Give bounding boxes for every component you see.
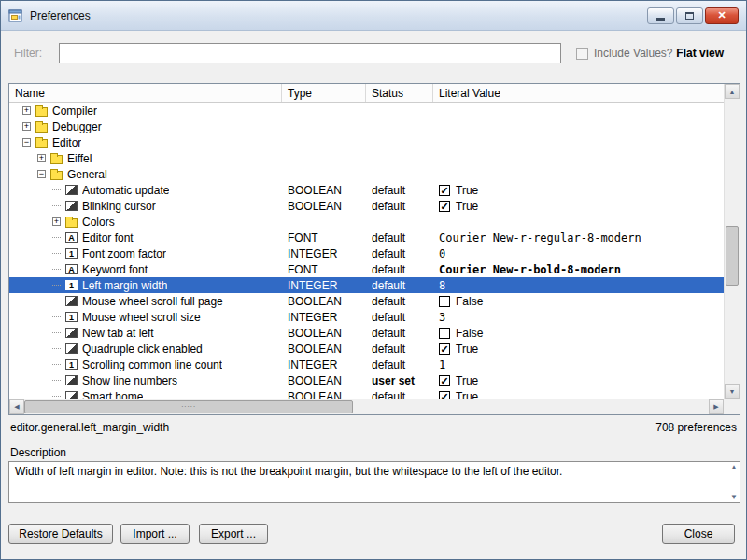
font-pref-icon: A xyxy=(65,232,78,243)
tree-row[interactable]: AKeyword fontFONTdefaultCourier New-r-bo… xyxy=(9,261,724,277)
tree-row[interactable]: +Eiffel xyxy=(9,150,724,166)
description-scroll-down-icon[interactable]: ▼ xyxy=(730,493,738,501)
column-header-name[interactable]: Name xyxy=(9,84,282,102)
column-header-type[interactable]: Type xyxy=(282,84,366,102)
unchecked-checkbox-icon[interactable] xyxy=(439,296,450,307)
tree-row[interactable]: −General xyxy=(9,166,724,182)
tree-connector xyxy=(52,301,61,301)
name-cell: +Eiffel xyxy=(9,152,282,165)
value-cell: False xyxy=(433,327,724,340)
integer-pref-icon: 1 xyxy=(65,280,78,290)
tree-row[interactable]: Show line numbersBOOLEANuser set✓True xyxy=(9,372,724,388)
type-cell: FONT xyxy=(282,231,366,245)
boolean-pref-icon xyxy=(65,201,78,211)
scroll-up-button[interactable]: ▲ xyxy=(725,84,740,99)
filter-input[interactable] xyxy=(59,43,561,63)
maximize-button[interactable] xyxy=(676,7,703,24)
checked-checkbox-icon[interactable]: ✓ xyxy=(439,185,450,196)
filter-bar: Filter: Include Values? Flat view xyxy=(1,32,746,75)
name-cell: +Compiler xyxy=(9,105,282,118)
scroll-down-button[interactable]: ▼ xyxy=(725,384,740,399)
unchecked-checkbox-icon[interactable] xyxy=(439,328,450,339)
tree-row[interactable]: 1Left margin widthINTEGERdefault8 xyxy=(9,277,724,293)
tree-row[interactable]: Smart homeBOOLEANdefault✓True xyxy=(9,388,724,399)
vertical-scrollbar[interactable]: ▲ ▼ xyxy=(724,84,740,399)
checked-checkbox-icon[interactable]: ✓ xyxy=(439,201,450,212)
tree-connector xyxy=(52,380,61,381)
value-text: 0 xyxy=(439,247,445,260)
tree-row[interactable]: 1Mouse wheel scroll sizeINTEGERdefault3 xyxy=(9,309,724,325)
name-cell: Quadruple click enabled xyxy=(9,343,282,356)
export-button[interactable]: Export ... xyxy=(199,524,268,544)
minimize-button[interactable] xyxy=(647,7,674,24)
tree-row[interactable]: 1Font zoom factorINTEGERdefault0 xyxy=(9,245,724,261)
expand-icon[interactable]: + xyxy=(22,106,31,115)
collapse-icon[interactable]: − xyxy=(22,138,31,147)
tree-row[interactable]: 1Scrolling common line countINTEGERdefau… xyxy=(9,357,724,372)
tree-row[interactable]: +Debugger xyxy=(9,119,724,134)
checkbox-icon[interactable] xyxy=(576,48,588,60)
horizontal-scrollbar[interactable]: ◀ ∙∙∙∙∙ ▶ xyxy=(9,399,724,414)
scroll-left-button[interactable]: ◀ xyxy=(9,399,24,414)
down-arrow-icon: ▼ xyxy=(729,388,736,395)
value-cell: 3 xyxy=(433,311,724,324)
checked-checkbox-icon[interactable]: ✓ xyxy=(439,375,450,386)
boolean-pref-icon xyxy=(65,343,78,354)
tree-item-label: General xyxy=(67,168,107,181)
value-text: 1 xyxy=(439,358,445,371)
close-window-button[interactable]: ✕ xyxy=(705,7,739,24)
status-cell: default xyxy=(366,200,433,213)
name-cell: +Colors xyxy=(9,216,282,229)
tree-row[interactable]: Automatic updateBOOLEANdefault✓True xyxy=(9,182,724,198)
value-text: True xyxy=(456,374,478,387)
expand-icon[interactable]: + xyxy=(37,154,46,162)
value-cell: 1 xyxy=(433,358,724,371)
value-cell: 8 xyxy=(433,279,724,292)
minimize-icon xyxy=(656,18,665,21)
value-text: False xyxy=(456,327,483,340)
tree-item-label: Blinking cursor xyxy=(82,200,156,213)
type-cell: BOOLEAN xyxy=(282,327,366,340)
value-cell: Courier New-r-bold-8-modern xyxy=(433,263,724,276)
tree-row[interactable]: New tab at leftBOOLEANdefaultFalse xyxy=(9,325,724,341)
thumb-grip-icon: ∙∙∙∙∙ xyxy=(181,403,196,411)
tree-row[interactable]: Mouse wheel scroll full pageBOOLEANdefau… xyxy=(9,293,724,309)
tree-row[interactable]: Quadruple click enabledBOOLEANdefault✓Tr… xyxy=(9,341,724,357)
tree-row[interactable]: +Colors xyxy=(9,214,724,230)
tree-item-label: Eiffel xyxy=(67,152,92,165)
tree-row[interactable]: AEditor fontFONTdefaultCourier New-r-reg… xyxy=(9,230,724,245)
checked-checkbox-icon[interactable]: ✓ xyxy=(439,343,450,355)
vertical-scroll-thumb[interactable] xyxy=(726,226,739,286)
column-header-literal-value[interactable]: Literal Value xyxy=(433,84,724,102)
value-cell: 0 xyxy=(433,247,724,260)
tree-connector xyxy=(52,332,61,333)
tree-connector xyxy=(52,205,61,206)
horizontal-scroll-thumb[interactable]: ∙∙∙∙∙ xyxy=(24,400,353,413)
expand-icon[interactable]: + xyxy=(52,217,61,226)
folder-icon xyxy=(50,155,63,164)
column-header-status[interactable]: Status xyxy=(366,84,433,102)
boolean-pref-icon xyxy=(65,185,78,195)
tree-row[interactable]: +Compiler xyxy=(9,103,724,119)
folder-icon xyxy=(35,107,48,117)
tree-item-label: Mouse wheel scroll size xyxy=(82,311,201,324)
status-cell: default xyxy=(366,343,433,356)
include-values-checkbox[interactable]: Include Values? xyxy=(576,47,673,60)
type-cell: BOOLEAN xyxy=(282,200,366,213)
scroll-right-button[interactable]: ▶ xyxy=(709,399,724,414)
import-button[interactable]: Import ... xyxy=(120,524,190,544)
tree-item-label: Compiler xyxy=(52,105,97,118)
description-scroll-up-icon[interactable]: ▲ xyxy=(730,463,738,471)
expand-icon[interactable]: + xyxy=(22,122,31,131)
boolean-pref-icon xyxy=(65,375,78,385)
checked-checkbox-icon[interactable]: ✓ xyxy=(439,391,450,399)
right-arrow-icon: ▶ xyxy=(713,403,718,411)
tree-row[interactable]: Blinking cursorBOOLEANdefault✓True xyxy=(9,198,724,214)
close-button[interactable]: Close xyxy=(662,524,735,544)
name-cell: Automatic update xyxy=(9,184,282,197)
collapse-icon[interactable]: − xyxy=(37,170,46,178)
flat-view-button[interactable]: Flat view xyxy=(676,47,724,60)
restore-defaults-button[interactable]: Restore Defaults xyxy=(8,524,113,544)
include-values-label: Include Values? xyxy=(594,47,673,60)
tree-row[interactable]: −Editor xyxy=(9,134,724,150)
